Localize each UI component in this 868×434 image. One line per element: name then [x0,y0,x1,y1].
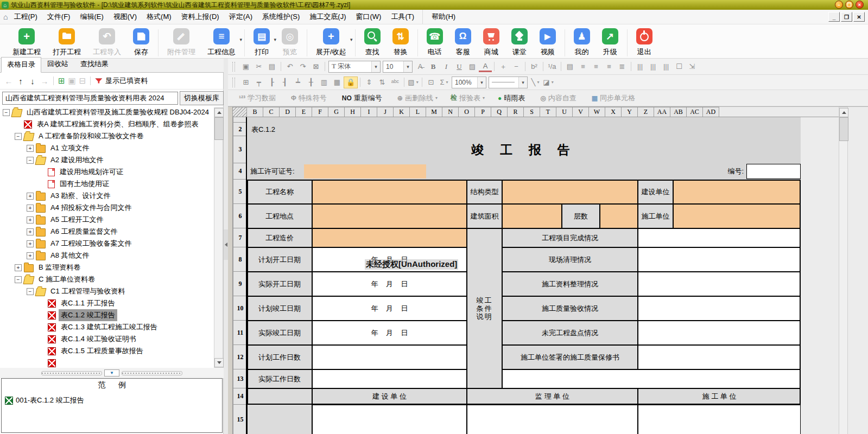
column-header[interactable]: AB [670,107,687,117]
tree-item[interactable]: A5 工程开工文件 [0,214,213,226]
split-cross[interactable]: ╂ [305,77,318,88]
separator[interactable] [543,62,543,71]
align-right[interactable]: ≡ [603,61,616,72]
tree-item[interactable]: A4 招投标文件与合同文件 [0,202,213,214]
save[interactable]: 保存 [127,28,155,57]
column-header[interactable]: H [345,107,361,117]
input-cell[interactable] [312,369,467,388]
line-style-select[interactable] [489,76,528,88]
toolbar-grip[interactable] [232,78,235,87]
bold[interactable]: B [427,61,440,72]
split-horizontal[interactable]: ┯ [252,77,265,88]
input-cell[interactable] [638,247,801,272]
separator[interactable] [281,62,281,71]
splitter-handle[interactable] [122,371,182,375]
tab-search-results[interactable]: 查找结果 [74,56,115,72]
input-cell[interactable] [600,204,638,228]
row-header[interactable]: 12 [233,345,248,369]
column-header[interactable]: G [328,107,345,117]
tree-item[interactable]: C 施工单位资料卷 [0,273,213,285]
评定(A)[interactable]: 评定(A) [224,10,257,24]
column-header[interactable]: X [605,107,622,117]
column-header[interactable]: W [589,107,605,117]
add-table-icon[interactable]: ⊞ [58,76,65,86]
column-header[interactable]: L [410,107,426,117]
报验表[interactable]: 检 报验表 ▾ [444,93,491,103]
mdi-restore-button[interactable]: ❐ [841,12,852,22]
lock[interactable]: 🔒 [344,76,358,88]
row-header[interactable]: 5 [233,180,248,204]
input-cell[interactable] [638,321,801,345]
row-header[interactable]: 4 [233,163,248,180]
施工交底(J)[interactable]: 施工交底(J) [305,10,351,24]
tree-item[interactable]: A8 其他文件 [0,250,213,261]
italic[interactable]: I [440,61,453,72]
tree-item[interactable]: 国有土地使用证 [0,178,213,190]
row-header[interactable]: 11 [233,321,248,345]
border-paint[interactable]: ⊡ [425,77,438,88]
separator[interactable] [360,78,360,87]
superscript[interactable]: b² [528,61,541,72]
row-header[interactable]: 14 [233,388,248,405]
sum[interactable]: Σ [438,77,451,88]
学习数据[interactable]: ¹²³ 学习数据 [232,93,284,103]
column-header[interactable]: F [312,107,328,117]
mdi-close-button[interactable]: ✕ [853,12,865,22]
row-header[interactable]: 13 [233,369,248,388]
tree-scrollbar[interactable] [214,107,223,368]
nav-down-arrow[interactable]: ↓ [28,76,37,86]
row-header[interactable] [233,117,248,123]
dropdown-arrow-icon[interactable] [350,35,353,43]
tree-item[interactable]: A6 工程质量监督文件 [0,226,213,238]
classroom[interactable]: 课堂 [505,28,534,57]
sidebar-splitter[interactable] [224,59,228,434]
文件(F)[interactable]: 文件(F) [42,10,75,24]
input-cell[interactable] [502,204,562,228]
tab-recycle-bin[interactable]: 回收站 [41,56,74,72]
signature-cell[interactable] [312,405,467,434]
combo-arrow-icon[interactable] [403,61,412,72]
separator[interactable] [422,78,422,87]
tree-item[interactable]: 表A 建筑工程施工资料分类、归档顺序、组卷参照表 [0,118,213,130]
column-header[interactable]: U [556,107,573,117]
input-cell[interactable] [312,228,467,247]
画删除线[interactable]: ⊕ 画删除线 ▾ [391,93,444,103]
cut[interactable]: ✂ [252,61,265,72]
expand-toggle-icon[interactable] [27,216,34,224]
merge-cells[interactable]: ⊞ [239,77,252,88]
font-size-select[interactable]: 10 [383,61,413,73]
clear-format[interactable]: ⊠ [309,61,322,72]
undo[interactable]: ↶ [283,61,296,72]
remove-table-icon[interactable]: ⊟ [79,76,86,86]
splitter-handle[interactable] [41,371,102,375]
input-cell[interactable] [312,204,467,228]
column-header[interactable]: AA [654,107,670,117]
separator[interactable] [404,78,404,87]
column-header[interactable]: AD [703,107,719,117]
collapse-sidebar-icon[interactable] [224,229,228,260]
combo-arrow-icon[interactable] [477,77,486,88]
tree-item[interactable]: A 工程准备阶段和竣工验收文件卷 [0,130,213,142]
column-header[interactable]: B [247,107,263,117]
系统维护(S)[interactable]: 系统维护(S) [257,10,305,24]
column-header[interactable]: J [377,107,394,117]
select-all-corner[interactable] [232,107,247,117]
fill-color[interactable]: ▨ [466,61,479,72]
switch-template-button[interactable]: 切换模板库 [180,91,224,105]
重新编号[interactable]: NO 重新编号 [335,93,391,103]
input-cell[interactable] [312,345,467,369]
diagonal-line[interactable]: ╲ [529,77,542,88]
increase[interactable]: ＋ [497,61,510,72]
内容自查[interactable]: ◎ 内容自查 [534,93,585,103]
nav-left-arrow[interactable]: ← [4,76,13,86]
distribute-center[interactable]: ||| [647,61,660,72]
distribute-left[interactable]: ||| [633,61,647,72]
text-direction[interactable]: ᵃᵇᶜ [389,77,402,88]
scrollbar-thumb[interactable] [839,117,848,141]
input-cell[interactable] [638,228,801,247]
row-header[interactable]: 2 [233,123,248,136]
expand-toggle-icon[interactable] [27,252,34,259]
column-header[interactable]: C [263,107,280,117]
font-family-select[interactable]: 宋体 [328,61,381,73]
资料上报(D)[interactable]: 资料上报(D) [176,10,224,24]
